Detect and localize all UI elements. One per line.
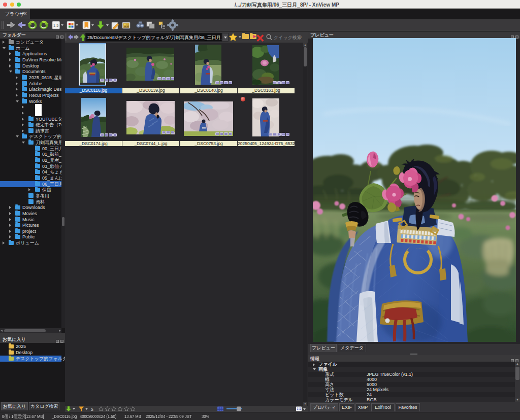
svg-text:≥: ≥ [91,407,93,412]
svg-text:クイック検索: クイック検索 [274,35,302,40]
svg-text:1-5: 1-5 [53,24,58,27]
svg-text:...: ... [298,34,302,39]
